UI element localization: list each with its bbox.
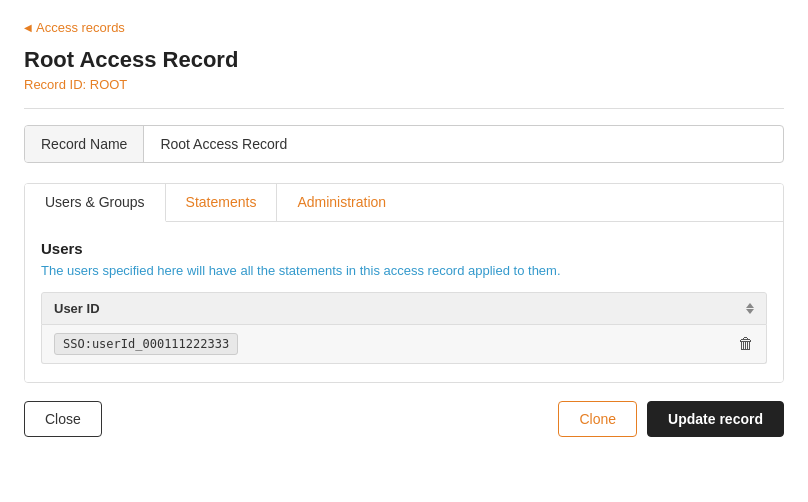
- page-title: Root Access Record: [24, 47, 784, 73]
- page-container: Access records Root Access Record Record…: [0, 0, 808, 455]
- tab-content: Users The users specified here will have…: [25, 222, 783, 382]
- update-record-button[interactable]: Update record: [647, 401, 784, 437]
- delete-icon[interactable]: 🗑: [738, 335, 754, 353]
- table-row: SSO:userId_000111222333 🗑: [41, 325, 767, 364]
- user-tag: SSO:userId_000111222333: [54, 333, 238, 355]
- footer-right: Clone Update record: [558, 401, 784, 437]
- users-section-desc: The users specified here will have all t…: [41, 263, 767, 278]
- tabs-header: Users & Groups Statements Administration: [25, 184, 783, 222]
- user-id-column-header: User ID: [54, 301, 100, 316]
- record-name-label: Record Name: [25, 126, 144, 162]
- breadcrumb[interactable]: Access records: [24, 20, 125, 35]
- tabs-container: Users & Groups Statements Administration…: [24, 183, 784, 383]
- users-section-title: Users: [41, 240, 767, 257]
- record-name-value: Root Access Record: [144, 126, 783, 162]
- table-header: User ID: [41, 292, 767, 325]
- tab-users-groups[interactable]: Users & Groups: [25, 184, 166, 222]
- clone-button[interactable]: Clone: [558, 401, 637, 437]
- record-id: Record ID: ROOT: [24, 77, 784, 92]
- divider: [24, 108, 784, 109]
- close-button[interactable]: Close: [24, 401, 102, 437]
- tab-statements[interactable]: Statements: [166, 184, 278, 221]
- sort-icon[interactable]: [746, 303, 754, 314]
- record-name-row: Record Name Root Access Record: [24, 125, 784, 163]
- footer: Close Clone Update record: [24, 383, 784, 437]
- tab-administration[interactable]: Administration: [277, 184, 406, 221]
